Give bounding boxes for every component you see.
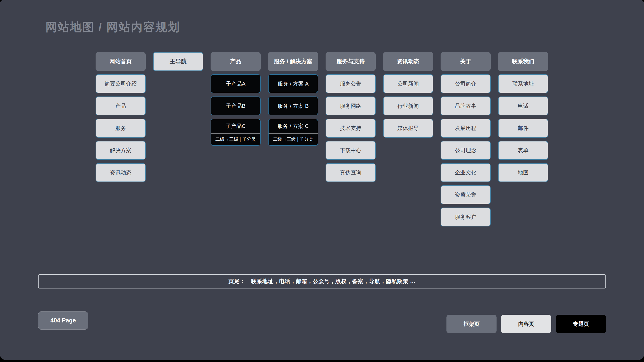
sitemap-node: 地图 <box>498 163 548 182</box>
sitemap-node: 邮件 <box>498 119 548 138</box>
sitemap-node: 服务网络 <box>326 96 376 115</box>
sitemap-node: 媒体报导 <box>383 119 433 138</box>
sitemap-node: 行业新闻 <box>383 96 433 115</box>
column-header: 服务与支持 <box>326 52 376 71</box>
column-header: 服务 / 解决方案 <box>268 52 318 71</box>
footer-bar: 页尾： 联系地址，电话，邮箱，公众号，版权，备案，导航，隐私政策 ... <box>38 274 606 288</box>
sitemap-column-4: 服务 / 解决方案服务 / 方案 A服务 / 方案 B服务 / 方案 C二级→三… <box>268 52 318 226</box>
page-title: 网站地图 / 网站内容规划 <box>45 19 180 35</box>
sitemap-canvas: 网站地图 / 网站内容规划 网站首页简要公司介绍产品服务解决方案资讯动态主导航产… <box>0 0 644 360</box>
sitemap-node: 表单 <box>498 141 548 160</box>
sitemap-node: 下载中心 <box>326 141 376 160</box>
sitemap-node: 解决方案 <box>96 141 146 160</box>
sitemap-node: 企业文化 <box>441 163 491 182</box>
sitemap-node-label: 子产品C <box>211 119 260 133</box>
legend-frame-page: 框架页 <box>446 315 497 333</box>
sitemap-node: 资质荣誉 <box>441 185 491 204</box>
sitemap-node: 子产品C二级→三级 | 子分类 <box>211 119 261 146</box>
column-header: 主导航 <box>153 52 203 71</box>
sitemap-node: 服务 / 方案 B <box>268 96 318 115</box>
sitemap-column-2: 主导航 <box>153 52 203 226</box>
sitemap-node: 公司简介 <box>441 74 491 93</box>
sitemap-node: 子产品B <box>211 96 261 115</box>
sitemap-column-1: 网站首页简要公司介绍产品服务解决方案资讯动态 <box>96 52 146 226</box>
sitemap-node: 服务客户 <box>441 208 491 226</box>
sitemap-node-sublabel: 二级→三级 | 子分类 <box>269 134 318 145</box>
sitemap-node: 电话 <box>498 96 548 115</box>
sitemap-node: 简要公司介绍 <box>96 74 146 93</box>
legend-content-page: 内容页 <box>501 315 551 333</box>
column-header: 资讯动态 <box>383 52 433 71</box>
page-404-chip: 404 Page <box>38 311 88 330</box>
column-header: 关于 <box>441 52 491 71</box>
sitemap-node-label: 服务 / 方案 C <box>269 119 318 133</box>
sitemap-column-7: 关于公司简介品牌故事发展历程公司理念企业文化资质荣誉服务客户 <box>441 52 491 226</box>
sitemap-node: 服务 / 方案 C二级→三级 | 子分类 <box>268 119 318 146</box>
sitemap-node: 公司理念 <box>441 141 491 160</box>
legend-special-page: 专题页 <box>556 315 606 333</box>
sitemap-node: 联系地址 <box>498 74 548 93</box>
page-type-legend: 框架页 内容页 专题页 <box>446 315 606 333</box>
column-header: 联系我们 <box>498 52 548 71</box>
footer-text: 页尾： 联系地址，电话，邮箱，公众号，版权，备案，导航，隐私政策 ... <box>228 278 415 285</box>
column-header: 网站首页 <box>96 52 146 71</box>
sitemap-grid: 网站首页简要公司介绍产品服务解决方案资讯动态主导航产品子产品A子产品B子产品C二… <box>96 52 548 226</box>
sitemap-node: 技术支持 <box>326 119 376 138</box>
sitemap-node: 品牌故事 <box>441 96 491 115</box>
column-header: 产品 <box>211 52 261 71</box>
sitemap-node: 子产品A <box>211 74 261 93</box>
sitemap-node: 服务 <box>96 119 146 138</box>
sitemap-node: 真伪查询 <box>326 163 376 182</box>
sitemap-column-3: 产品子产品A子产品B子产品C二级→三级 | 子分类 <box>211 52 261 226</box>
sitemap-node-sublabel: 二级→三级 | 子分类 <box>211 134 260 145</box>
sitemap-column-8: 联系我们联系地址电话邮件表单地图 <box>498 52 548 226</box>
sitemap-node: 公司新闻 <box>383 74 433 93</box>
sitemap-node: 产品 <box>96 96 146 115</box>
sitemap-node: 发展历程 <box>441 119 491 138</box>
sitemap-node: 资讯动态 <box>96 163 146 182</box>
sitemap-column-5: 服务与支持服务公告服务网络技术支持下载中心真伪查询 <box>326 52 376 226</box>
sitemap-node: 服务 / 方案 A <box>268 74 318 93</box>
sitemap-column-6: 资讯动态公司新闻行业新闻媒体报导 <box>383 52 433 226</box>
sitemap-node: 服务公告 <box>326 74 376 93</box>
